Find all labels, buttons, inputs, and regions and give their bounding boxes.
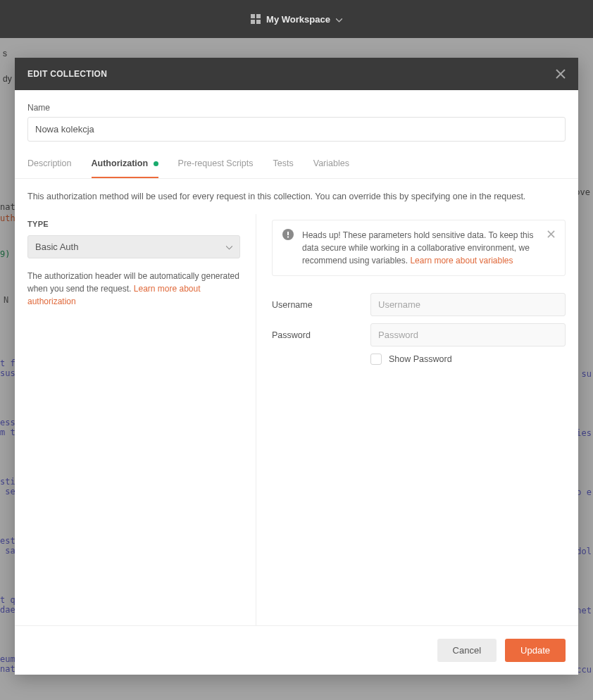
tab-prerequest-scripts[interactable]: Pre-request Scripts (178, 158, 254, 178)
workspace-name[interactable]: My Workspace (266, 14, 330, 25)
username-label: Username (272, 300, 370, 310)
auth-note: The authorization header will be automat… (27, 270, 240, 308)
close-icon[interactable] (556, 69, 566, 79)
update-button[interactable]: Update (505, 639, 566, 662)
cancel-button[interactable]: Cancel (437, 639, 497, 662)
auth-right-column: Heads up! These parameters hold sensitiv… (256, 214, 566, 625)
modal-body: Name Description Authorization Pre-reque… (15, 90, 578, 179)
auth-description: This authorization method will be used f… (15, 179, 578, 214)
modal-overlay: EDIT COLLECTION Name Description Authori… (0, 38, 593, 700)
tab-tests[interactable]: Tests (273, 158, 294, 178)
workspace-dropdown-icon[interactable] (336, 14, 342, 25)
svg-rect-0 (251, 14, 255, 18)
banner-text: Heads up! These parameters hold sensitiv… (302, 229, 539, 267)
svg-rect-3 (256, 20, 261, 24)
banner-close-icon[interactable] (547, 229, 555, 242)
password-input[interactable] (370, 323, 566, 346)
type-label: TYPE (27, 220, 240, 228)
password-row: Password (272, 323, 566, 346)
modal-footer: Cancel Update (15, 625, 578, 675)
show-password-row: Show Password (370, 354, 566, 365)
edit-collection-modal: EDIT COLLECTION Name Description Authori… (15, 58, 578, 675)
auth-panel: TYPE Basic Auth The authorization header… (15, 214, 578, 625)
tab-variables[interactable]: Variables (313, 158, 349, 178)
name-label: Name (27, 103, 566, 113)
username-input[interactable] (370, 293, 566, 316)
auth-type-value: Basic Auth (35, 242, 78, 252)
modal-title: EDIT COLLECTION (27, 69, 107, 79)
svg-rect-2 (251, 20, 255, 24)
svg-rect-5 (287, 232, 289, 235)
tab-description[interactable]: Description (27, 158, 72, 178)
learn-more-variables-link[interactable]: Learn more about variables (410, 256, 513, 265)
warning-icon (282, 229, 294, 244)
sensitive-data-banner: Heads up! These parameters hold sensitiv… (272, 220, 566, 276)
collection-name-input[interactable] (27, 117, 566, 142)
status-dot-icon (154, 161, 158, 166)
svg-rect-1 (256, 14, 261, 18)
password-label: Password (272, 330, 370, 340)
chevron-down-icon (226, 242, 232, 252)
show-password-label: Show Password (389, 354, 452, 364)
tabs: Description Authorization Pre-request Sc… (15, 158, 578, 179)
top-bar: My Workspace (0, 0, 593, 38)
tab-authorization-label: Authorization (92, 158, 149, 168)
username-row: Username (272, 293, 566, 316)
show-password-checkbox[interactable] (370, 354, 382, 365)
auth-type-select[interactable]: Basic Auth (27, 235, 240, 258)
tab-authorization[interactable]: Authorization (92, 158, 158, 178)
workspace-grid-icon (251, 14, 261, 24)
auth-left-column: TYPE Basic Auth The authorization header… (27, 214, 256, 625)
modal-header: EDIT COLLECTION (15, 58, 578, 90)
svg-rect-6 (287, 237, 289, 238)
